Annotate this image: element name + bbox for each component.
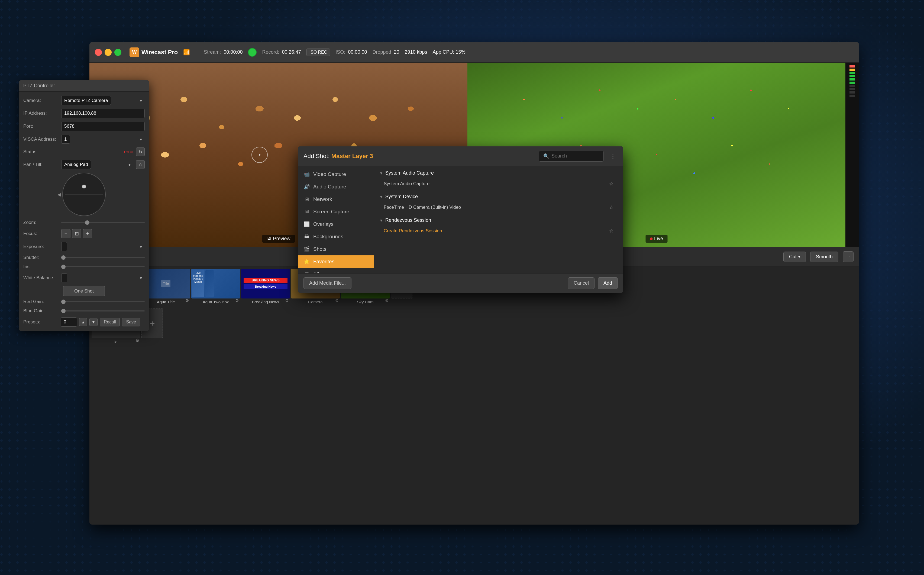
ptz-iris-slider[interactable] <box>61 266 145 267</box>
joystick[interactable]: ◀ <box>62 173 106 216</box>
ptz-preset-up[interactable]: ▲ <box>79 318 87 326</box>
focus-plus-button[interactable]: + <box>83 229 92 238</box>
ptz-home-button[interactable]: ⌂ <box>136 160 145 169</box>
transition-arrow[interactable]: → <box>843 251 854 262</box>
vu-bar-2 <box>850 75 855 77</box>
ptz-ip-row: IP Address: <box>23 109 145 118</box>
add-shot-dialog: Add Shot: Master Layer 3 🔍 ⋮ 📹 Video Cap… <box>298 146 623 293</box>
ptz-recall-button[interactable]: Recall <box>100 318 120 326</box>
shot-thumb-breaking: BREAKING NEWS Breaking News <box>241 268 290 299</box>
ptz-iris-label: Iris: <box>23 264 59 270</box>
ptz-visca-select[interactable]: 1 <box>61 135 70 144</box>
dialog-search-input[interactable] <box>552 153 595 159</box>
section-title-rendezvous: Rendezvous Session <box>385 218 431 223</box>
iso-button[interactable]: ISO REC <box>306 49 330 56</box>
minimize-button[interactable] <box>105 49 112 56</box>
shot-label-breaking: Breaking News <box>241 300 290 304</box>
ptz-bluegain-row: Blue Gain: <box>23 308 145 314</box>
ptz-refresh-button[interactable]: ↻ <box>136 148 145 156</box>
dialog-search-box[interactable]: 🔍 <box>539 151 604 162</box>
ptz-preset-down[interactable]: ▼ <box>89 318 98 326</box>
ptz-port-input[interactable] <box>61 122 145 131</box>
shot-gear-skycam[interactable]: ⚙ <box>385 298 388 303</box>
shot-gear-breaking[interactable]: ⚙ <box>285 298 289 303</box>
ptz-camera-select[interactable]: Remote PTZ Camera <box>61 96 111 105</box>
ptz-shutter-slider[interactable] <box>61 257 145 258</box>
ptz-zoom-row: Zoom: <box>23 220 145 225</box>
vu-meter <box>845 63 859 247</box>
ptz-ip-label: IP Address: <box>23 111 59 116</box>
ptz-status-value: error ↻ <box>124 148 145 156</box>
shot-label-aquatwo: Aqua Two Box <box>191 300 240 304</box>
stream-time: 00:00:00 <box>223 49 242 55</box>
star-rendezvous[interactable]: ☆ <box>609 228 613 234</box>
star-facetime[interactable]: ☆ <box>609 205 613 210</box>
shot-label-camera: Camera <box>291 300 340 304</box>
vu-bar-4 <box>850 82 855 84</box>
ptz-status-label: Status: <box>23 149 59 154</box>
smooth-button[interactable]: Smooth <box>810 252 838 262</box>
section-item-facetime[interactable]: FaceTime HD Camera (Built-in) Video ☆ <box>379 202 618 213</box>
dialog-more-button[interactable]: ⋮ <box>608 152 618 160</box>
focus-minus-button[interactable]: − <box>61 229 70 238</box>
dialog-header: Add Shot: Master Layer 3 🔍 ⋮ <box>298 146 623 166</box>
add-media-file-button[interactable]: Add Media File... <box>303 277 352 289</box>
ptz-port-row: Port: <box>23 122 145 131</box>
ptz-exposure-select-wrap <box>61 242 145 251</box>
ptz-port-label: Port: <box>23 124 59 129</box>
ptz-bluegain-slider[interactable] <box>61 310 145 311</box>
one-shot-button[interactable]: One Shot <box>63 286 105 296</box>
preview-text: Preview <box>273 236 290 241</box>
live-text: Live <box>654 236 663 241</box>
ptz-presets-label: Presets: <box>23 319 59 325</box>
ptz-pantilt-select[interactable]: Analog Pad <box>61 160 91 169</box>
maximize-button[interactable] <box>114 49 121 56</box>
shot-breaking-news[interactable]: BREAKING NEWS Breaking News Breaking New… <box>241 268 290 304</box>
menu-item-backgrounds[interactable]: 🏔 Backgrounds <box>298 230 374 243</box>
shot-gear-row2[interactable]: ⚙ <box>135 338 139 343</box>
menu-label-audio-capture: Audio Capture <box>313 184 346 190</box>
item-label-create-rendezvous[interactable]: Create Rendezvous Session <box>384 228 442 233</box>
shot-gear-aquatitle[interactable]: ⚙ <box>185 298 189 303</box>
cut-button[interactable]: Cut ▾ <box>783 252 806 262</box>
section-item-system-audio[interactable]: System Audio Capture ☆ <box>379 178 618 189</box>
ptz-wb-select[interactable] <box>61 273 67 282</box>
joystick-knob <box>82 184 86 188</box>
live-dot <box>650 237 653 240</box>
menu-item-favorites[interactable]: ⭐ Favorites <box>298 256 374 268</box>
dialog-content: ▼ System Audio Capture System Audio Capt… <box>374 166 623 273</box>
ptz-redgain-label: Red Gain: <box>23 299 59 305</box>
ptz-presets-row: Presets: ▲ ▼ Recall Save <box>23 318 145 327</box>
live-label: Live <box>645 235 667 243</box>
ptz-exposure-select[interactable] <box>61 242 67 251</box>
menu-item-network[interactable]: 🖥 Network <box>298 193 374 205</box>
add-button[interactable]: Add <box>598 277 618 289</box>
cpu-group: App CPU: 15% <box>433 49 466 55</box>
ptz-pantilt-row: Pan / Tilt: Analog Pad ⌂ <box>23 160 145 169</box>
section-item-create-rendezvous[interactable]: Create Rendezvous Session ☆ <box>379 225 618 237</box>
menu-item-all[interactable]: ⊞ All <box>298 268 374 273</box>
menu-item-audio-capture[interactable]: 🔊 Audio Capture <box>298 181 374 193</box>
menu-item-shots[interactable]: 🎬 Shots <box>298 243 374 256</box>
menu-item-overlays[interactable]: ⬜ Overlays <box>298 218 374 230</box>
shot-aqua-twobox[interactable]: Live from thePeople's March Aqua Two Box… <box>191 268 240 304</box>
ptz-save-button[interactable]: Save <box>122 318 140 326</box>
ptz-zoom-slider[interactable] <box>61 222 145 223</box>
shot-gear-aquatwo[interactable]: ⚙ <box>235 298 239 303</box>
stream-group: Stream: 00:00:00 <box>204 49 242 55</box>
star-system-audio[interactable]: ☆ <box>609 181 613 187</box>
dropped-label: Dropped <box>372 49 391 55</box>
close-button[interactable] <box>95 49 102 56</box>
ptz-redgain-slider[interactable] <box>61 301 145 302</box>
ptz-preset-input[interactable] <box>61 318 77 327</box>
ptz-ip-input[interactable] <box>61 109 145 118</box>
cancel-button[interactable]: Cancel <box>568 277 594 289</box>
menu-item-video-capture[interactable]: 📹 Video Capture <box>298 168 374 181</box>
menu-item-screen-capture[interactable]: 🖥 Screen Capture <box>298 205 374 218</box>
vu-bar-1 <box>850 72 855 74</box>
focus-auto-button[interactable]: ⊡ <box>72 229 81 238</box>
bitrate-group: 2910 kbps <box>405 49 427 55</box>
audio-capture-icon: 🔊 <box>303 184 310 190</box>
shot-gear-camera[interactable]: ⚙ <box>335 298 339 303</box>
menu-label-network: Network <box>313 196 332 202</box>
